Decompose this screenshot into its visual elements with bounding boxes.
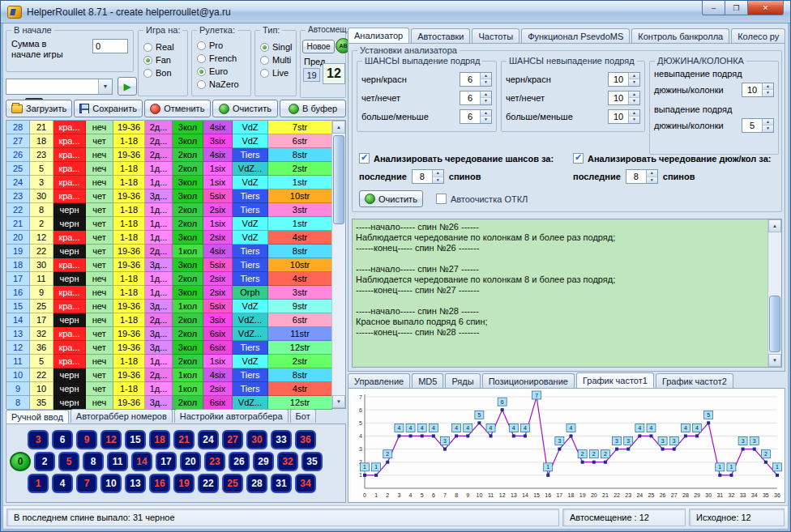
spins-row[interactable]: 1711черннеч1-181д...2кол2sixTiers4str (6, 272, 332, 286)
board-number-17[interactable]: 17 (156, 452, 177, 471)
board-number-30[interactable]: 30 (246, 430, 267, 449)
start-sum-input[interactable]: 0 (92, 39, 128, 53)
spinner-last-spins-chances[interactable]: 8 ▲▼ (412, 169, 444, 184)
analyze-dozen-checkbox[interactable] (573, 153, 584, 164)
spinner-even-odd-miss[interactable]: 10 ▲▼ (608, 91, 640, 105)
new-button[interactable]: Новое (302, 40, 335, 53)
scrollbar-thumb[interactable] (769, 296, 780, 352)
spins-row[interactable]: 212чернчет1-181д...2кол1sixVdZ1str (6, 217, 332, 231)
analyze-chances-checkbox[interactable] (359, 153, 370, 164)
spins-row[interactable]: 2718кра...чет1-182д...3кол3sixVdZ6str (6, 134, 332, 148)
spins-row[interactable]: 835черннеч19-363д...2кол6sixVdZ...12str (6, 396, 332, 410)
spins-row[interactable]: 2330кра...чет19-363д...3кол5sixTiers10st… (6, 189, 332, 203)
board-number-14[interactable]: 14 (131, 452, 152, 471)
radio-type-singl[interactable]: Singl (260, 40, 293, 53)
board-number-32[interactable]: 32 (277, 452, 298, 471)
board-number-3[interactable]: 3 (28, 430, 49, 449)
minimize-button[interactable]: – (702, 1, 725, 15)
maximize-button[interactable]: ❐ (725, 1, 748, 15)
board-number-28[interactable]: 28 (246, 474, 267, 493)
board-number-10[interactable]: 10 (100, 474, 122, 493)
board-number-6[interactable]: 6 (52, 430, 73, 449)
tab-MD5[interactable]: MD5 (412, 373, 443, 388)
analyzer-clear-button[interactable]: Очистить (359, 190, 423, 207)
spins-row[interactable]: 2821кра...неч19-362д...3кол4sixVdZ7str (6, 121, 332, 134)
board-number-23[interactable]: 23 (204, 452, 225, 471)
spins-row[interactable]: 1332кра...чет19-363д...2кол6sixVdZ...11s… (6, 327, 332, 341)
spinner-up-icon[interactable]: ▲ (433, 170, 443, 177)
board-number-13[interactable]: 13 (125, 474, 146, 493)
spins-row[interactable]: 910чернчет1-181д...1кол2sixTiers4str (6, 382, 332, 396)
tab-Автограббер номеров[interactable]: Автограббер номеров (71, 409, 173, 423)
spinner-dozen-miss[interactable]: 10 ▲▼ (742, 83, 774, 97)
tab-Ряды[interactable]: Ряды (445, 373, 480, 388)
tab-Частоты[interactable]: Частоты (472, 28, 519, 43)
board-number-31[interactable]: 31 (271, 474, 292, 493)
tab-Ручной ввод[interactable]: Ручной ввод (6, 410, 69, 423)
radio-roulette-nazero[interactable]: NaZero (197, 78, 247, 91)
copy-buffer-button[interactable]: В буфер (280, 100, 346, 117)
spins-row[interactable]: 169кра...неч1-181д...3кол2sixOrph3str (6, 286, 332, 300)
board-number-35[interactable]: 35 (301, 452, 323, 471)
tab-Бот[interactable]: Бот (290, 409, 316, 423)
board-number-22[interactable]: 22 (198, 474, 219, 493)
spinner-up-icon[interactable]: ▲ (629, 110, 639, 117)
radio-roulette-euro[interactable]: Euro (197, 65, 247, 78)
spinner-last-spins-dozen[interactable]: 8 ▲▼ (626, 169, 658, 184)
clear-button[interactable]: Очистить (212, 100, 279, 117)
scroll-down-icon[interactable]: ▼ (768, 354, 781, 367)
board-number-29[interactable]: 29 (253, 452, 274, 471)
spinner-up-icon[interactable]: ▲ (629, 92, 639, 99)
scroll-up-icon[interactable]: ▲ (768, 219, 781, 232)
spinner-down-icon[interactable]: ▼ (629, 117, 639, 123)
tab-Позиционирование[interactable]: Позиционирование (482, 373, 575, 388)
spins-row[interactable]: 243кра...неч1-181д...3кол1sixVdZ1str (6, 176, 332, 189)
board-number-25[interactable]: 25 (222, 474, 243, 493)
start-button[interactable]: ▶ (118, 77, 137, 96)
tab-Функционал PsevdoMS[interactable]: Функционал PsevdoMS (521, 28, 630, 43)
spins-row[interactable]: 228чернчет1-181д...2кол2sixTiers3str (6, 203, 332, 217)
chevron-down-icon[interactable]: ▼ (98, 79, 112, 94)
tab-Анализатор[interactable]: Анализатор (348, 28, 409, 44)
radio-roulette-pro[interactable]: Pro (197, 39, 247, 52)
tab-Настройки автограббера[interactable]: Настройки автограббера (174, 409, 289, 423)
board-number-20[interactable]: 20 (180, 452, 201, 471)
spins-row[interactable]: 2012кра...чет1-181д...3кол2sixVdZ4str (6, 231, 332, 245)
spinner-up-icon[interactable]: ▲ (481, 110, 491, 117)
spinner-high-low-miss[interactable]: 10 ▲▼ (608, 109, 640, 124)
spins-row[interactable]: 1922чернчет19-362д...1кол4sixTiers8str (6, 245, 332, 258)
spinner-up-icon[interactable]: ▲ (763, 119, 773, 126)
board-number-15[interactable]: 15 (125, 430, 146, 449)
board-number-36[interactable]: 36 (295, 430, 316, 449)
board-number-9[interactable]: 9 (76, 430, 97, 449)
spinner-down-icon[interactable]: ▼ (629, 79, 639, 86)
history-combobox[interactable]: ▼ (6, 79, 113, 95)
autoclear-toggle[interactable]: Автоочистка ОТКЛ (436, 194, 528, 204)
load-button[interactable]: Загрузить (6, 100, 72, 117)
board-number-4[interactable]: 4 (52, 474, 73, 493)
board-number-27[interactable]: 27 (222, 430, 243, 449)
spinner-black-red-hit[interactable]: 6 ▲▼ (460, 72, 492, 87)
board-number-11[interactable]: 11 (107, 452, 128, 471)
spinner-up-icon[interactable]: ▲ (629, 73, 639, 80)
board-number-8[interactable]: 8 (83, 452, 104, 471)
spinner-down-icon[interactable]: ▼ (481, 79, 491, 86)
spins-row[interactable]: 115кра...неч1-181д...2кол1sixVdZ2str (6, 355, 332, 368)
board-number-0[interactable]: 0 (10, 452, 31, 471)
radio-roulette-french[interactable]: French (197, 52, 247, 65)
tab-Колесо ру[interactable]: Колесо ру (731, 28, 785, 43)
spinner-down-icon[interactable]: ▼ (433, 177, 443, 184)
scroll-down-icon[interactable]: ▼ (332, 395, 345, 408)
tab-Контроль банкролла[interactable]: Контроль банкролла (631, 28, 729, 43)
board-number-21[interactable]: 21 (173, 430, 195, 449)
board-number-26[interactable]: 26 (229, 452, 250, 471)
close-button[interactable]: ✕ (748, 1, 784, 15)
board-number-24[interactable]: 24 (198, 430, 219, 449)
spins-row[interactable]: 1236кра...чет19-363д...3кол6sixTiers12st… (6, 341, 332, 355)
board-number-7[interactable]: 7 (76, 474, 97, 493)
spins-row[interactable]: 1417черннеч1-182д...2кол3sixVdZ...6str (6, 313, 332, 327)
radio-game-bon[interactable]: Bon (143, 66, 184, 79)
scrollbar-thumb[interactable] (333, 135, 344, 224)
spins-scrollbar[interactable]: ▲ ▼ (331, 121, 345, 408)
spins-row[interactable]: 2623кра...неч19-362д...2кол4sixTiers8str (6, 148, 332, 162)
